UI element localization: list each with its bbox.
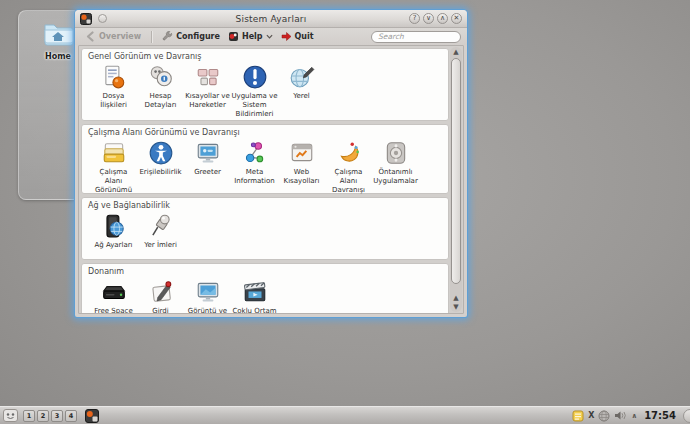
file-associations-icon (101, 64, 127, 90)
quit-arrow-icon (281, 31, 292, 42)
system-tray: X ∧ 17:54 (572, 409, 687, 423)
maximize-button[interactable]: ∧ (437, 13, 448, 24)
item-dosya-iliskileri[interactable]: Dosya İlişkileri (90, 64, 137, 110)
account-details-icon (148, 64, 174, 90)
item-greeter[interactable]: Greeter (184, 140, 231, 177)
scroll-up-icon[interactable]: ▲ (450, 47, 462, 57)
section-title: Genel Görünüm ve Davranış (88, 52, 442, 61)
toolbar-separator (151, 31, 152, 43)
scroll-down-icon[interactable]: ▼ (450, 302, 462, 312)
pager-desktop-2[interactable]: 2 (37, 410, 49, 422)
greeter-icon (195, 140, 221, 166)
item-calisma-alani-gorunumu[interactable]: Çalışma Alanı Görünümü (90, 140, 137, 194)
configure-label: Configure (176, 32, 220, 41)
overview-back-icon (85, 31, 96, 42)
toolbar: Overview Configure Help Quit (75, 28, 467, 45)
quit-button[interactable]: Quit (277, 30, 318, 43)
configure-button[interactable]: Configure (158, 30, 224, 43)
close-button[interactable]: ✕ (451, 13, 462, 24)
web-shortcuts-icon (289, 140, 315, 166)
notifications-icon (242, 64, 268, 90)
titlebar[interactable]: Sistem Ayarları ? ∨ ∧ ✕ (75, 10, 467, 28)
item-bildirimler[interactable]: Uygulama ve Sistem Bildirimleri (231, 64, 278, 118)
volume-icon[interactable] (614, 410, 627, 421)
display-screen-icon (195, 279, 221, 305)
item-ag-ayarlari[interactable]: Ağ Ayarları (90, 213, 137, 250)
panel-cashew-icon[interactable] (683, 409, 690, 423)
section-ag-baglanabilirlik: Ağ ve Bağlanabilirlik Ağ Ayarları (81, 197, 449, 260)
system-settings-task-icon[interactable] (85, 409, 99, 423)
section-calisma-alani-gorunumu: Çalışma Alanı Görünümü ve Davranışı Çalı… (81, 124, 449, 194)
help-dropdown-icon (266, 34, 273, 39)
pager-desktop-3[interactable]: 3 (51, 410, 63, 422)
network-settings-icon (101, 213, 127, 239)
network-tray-icon[interactable] (598, 410, 610, 422)
taskbar: 1 2 3 4 X ∧ 17:54 (0, 406, 690, 424)
section-donanim: Donanım Free Space Notifier (81, 263, 449, 313)
meta-information-icon (242, 140, 268, 166)
item-web-kisayollari[interactable]: Web Kısayolları (278, 140, 325, 186)
accessibility-icon (148, 140, 174, 166)
bookmarks-icon (148, 213, 174, 239)
help-button[interactable]: Help (224, 30, 277, 43)
item-meta-information[interactable]: Meta Information (231, 140, 278, 186)
section-title: Donanım (88, 267, 442, 276)
application-launcher-icon[interactable] (3, 409, 18, 422)
section-title: Çalışma Alanı Görünümü ve Davranışı (88, 128, 442, 137)
expand-tray-icon[interactable]: ∧ (631, 412, 637, 420)
item-yer-imleri[interactable]: Yer İmleri (137, 213, 184, 250)
item-hesap-detaylari[interactable]: Hesap Detayları (137, 64, 184, 110)
help-icon (228, 31, 239, 42)
item-girdi-aygitlari[interactable]: Girdi Aygıtları (137, 279, 184, 313)
section-title: Ağ ve Bağlanabilirlik (88, 201, 442, 210)
item-coklu-ortam[interactable]: Çoklu Ortam (231, 279, 278, 313)
overview-label: Overview (99, 32, 141, 41)
workspace-behavior-icon (336, 140, 362, 166)
item-free-space-notifier[interactable]: Free Space Notifier (90, 279, 137, 313)
pager-desktop-4[interactable]: 4 (65, 410, 77, 422)
locale-icon (289, 64, 315, 90)
desktop-pager: 1 2 3 4 (23, 410, 77, 422)
system-settings-window: Sistem Ayarları ? ∨ ∧ ✕ Overview Configu… (75, 10, 467, 317)
configure-wrench-icon (162, 31, 173, 42)
scrollbar-thumb[interactable] (451, 58, 461, 284)
default-applications-icon (383, 140, 409, 166)
keyboard-layout-icon[interactable]: X (588, 411, 594, 420)
item-yerel[interactable]: Yerel (278, 64, 325, 101)
shortcuts-gestures-icon (195, 64, 221, 90)
free-space-notifier-icon (101, 279, 127, 305)
item-kisayollar[interactable]: Kısayollar ve Hareketler (184, 64, 231, 110)
help-window-button[interactable]: ? (409, 13, 420, 24)
item-erisilebilirlik[interactable]: Erişilebilirlik (137, 140, 184, 177)
clipboard-klipper-icon[interactable] (572, 410, 584, 422)
multimedia-icon (242, 279, 268, 305)
minimize-button[interactable]: ∨ (423, 13, 434, 24)
overview-button[interactable]: Overview (81, 30, 145, 43)
section-genel-gorunum: Genel Görünüm ve Davranış Dosya İlişkile… (81, 48, 449, 121)
search-input[interactable] (371, 31, 461, 43)
pager-desktop-1[interactable]: 1 (23, 410, 35, 422)
quit-label: Quit (295, 32, 314, 41)
input-devices-icon (148, 279, 174, 305)
digital-clock[interactable]: 17:54 (644, 410, 676, 421)
home-folder-icon (41, 19, 75, 47)
item-calisma-alani-davranisi[interactable]: Çalışma Alanı Davranışı (325, 140, 372, 194)
scrollbar[interactable]: ▲ ▲ ▼ (450, 47, 462, 312)
content-area: Genel Görünüm ve Davranış Dosya İlişkile… (78, 45, 464, 314)
item-goruntu-ekran[interactable]: Görüntü ve Ekran (184, 279, 231, 313)
help-label: Help (242, 32, 263, 41)
workspace-appearance-icon (101, 140, 127, 166)
item-ontanimli-uygulamalar[interactable]: Öntanımlı Uygulamalar (372, 140, 419, 186)
